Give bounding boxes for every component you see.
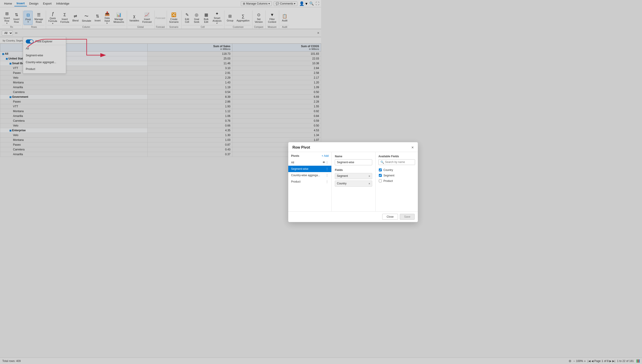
- dialog-overlay: [0, 0, 321, 182]
- pivots-label: Pivots: [291, 154, 299, 158]
- pivot-item-segment-wise-dialog[interactable]: Segment-wise ⋮: [288, 166, 321, 172]
- dialog-header: Row Pivot ×: [288, 142, 321, 152]
- pivot-item-all-dialog[interactable]: All 👁 ⋮: [288, 159, 321, 166]
- dialog-title: Row Pivot: [292, 146, 310, 150]
- dialog-body: Pivots + Add All 👁 ⋮ Segment-wise ⋮ Coun…: [288, 152, 321, 182]
- pivot-item-country-wise-dialog[interactable]: Country-wise aggrega... ⋮: [288, 172, 321, 178]
- pivots-header: Pivots + Add: [288, 154, 321, 159]
- pivot-item-product-dialog[interactable]: Product ⋮: [288, 178, 321, 182]
- pivots-panel: Pivots + Add All 👁 ⋮ Segment-wise ⋮ Coun…: [288, 152, 321, 182]
- row-pivot-dialog: Row Pivot × Pivots + Add All 👁 ⋮ Segment…: [288, 142, 321, 182]
